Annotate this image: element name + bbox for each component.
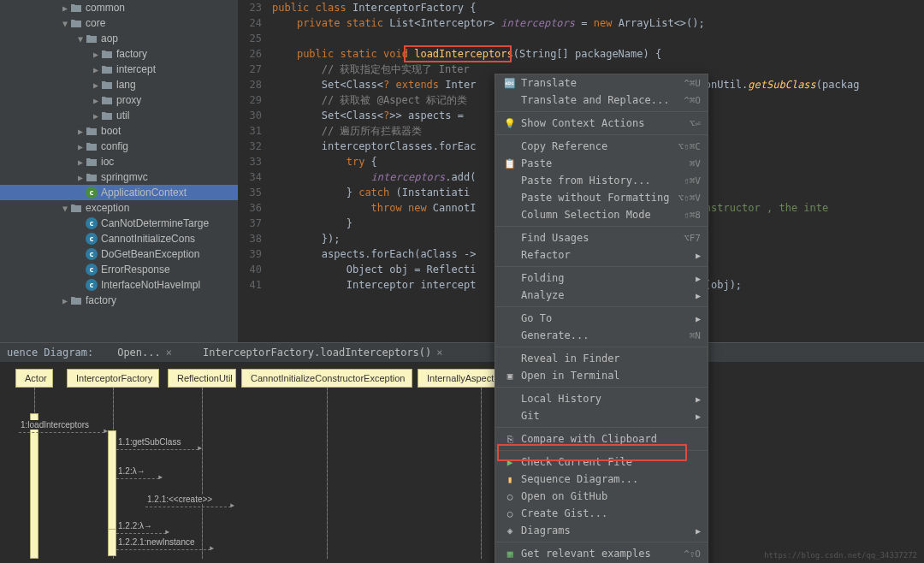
line-number: 38: [238, 231, 272, 246]
code-line[interactable]: 26 public static void loadInterceptors(S…: [238, 46, 924, 62]
actor-actor[interactable]: Actor: [15, 369, 53, 388]
tree-arrow-icon[interactable]: [75, 34, 86, 44]
menu-paste[interactable]: 📋Paste⌘V: [495, 155, 708, 172]
menu-item-label: Folding: [521, 272, 689, 284]
tree-item-util[interactable]: util: [0, 108, 238, 123]
code-line[interactable]: 25: [238, 31, 924, 46]
menu-go-to[interactable]: Go To▶: [495, 310, 708, 327]
tree-item-applicationcontext[interactable]: cApplicationContext: [0, 185, 238, 200]
menu-item-label: Sequence Diagram...: [521, 473, 701, 485]
sequence-diagram-panel: uence Diagram: Open...× InterceptorFacto…: [0, 342, 924, 563]
tree-item-aop[interactable]: aop: [0, 31, 238, 46]
tree-item-cannotdeterminetarge[interactable]: cCanNotDetermineTarge: [0, 216, 238, 231]
diagram-tab[interactable]: InterceptorFactory.loadInterceptors()×: [196, 345, 450, 360]
tree-arrow-icon[interactable]: [91, 80, 101, 90]
menu-reveal-in-finder[interactable]: Reveal in Finder: [495, 350, 708, 367]
tree-item-lang[interactable]: lang: [0, 77, 238, 92]
menu-paste-from-history-[interactable]: Paste from History...⇧⌘V: [495, 172, 708, 189]
menu-open-on-github[interactable]: ○Open on GitHub: [495, 488, 708, 505]
tree-label: aop: [101, 33, 118, 44]
menu-create-gist-[interactable]: ○Create Gist...: [495, 505, 708, 522]
menu-local-history[interactable]: Local History▶: [495, 390, 708, 407]
seq-message[interactable]: 1:loadInterceptors: [19, 420, 91, 430]
tree-item-dogetbeanexception[interactable]: cDoGetBeanException: [0, 246, 238, 262]
seq-message[interactable]: 1.1:getSubClass: [116, 437, 182, 447]
code-text[interactable]: private static List<Interceptor> interce…: [272, 15, 924, 31]
tree-item-ioc[interactable]: ioc: [0, 154, 238, 169]
line-number: 34: [238, 169, 272, 185]
menu-translate[interactable]: 🔤Translate^⌘U: [495, 74, 708, 92]
line-number: 31: [238, 123, 272, 139]
tree-item-config[interactable]: config: [0, 139, 238, 154]
tree-item-core[interactable]: core: [0, 15, 238, 31]
menu-item-label: Open on GitHub: [521, 490, 701, 502]
code-text[interactable]: public class InterceptorFactory {: [272, 0, 924, 15]
seq-message[interactable]: 1.2.1:<<create>>: [145, 495, 214, 504]
menu-column-selection-mode[interactable]: Column Selection Mode⇧⌘8: [495, 206, 708, 223]
code-line[interactable]: 24 private static List<Interceptor> inte…: [238, 15, 924, 31]
tree-item-springmvc[interactable]: springmvc: [0, 169, 238, 185]
tree-item-errorresponse[interactable]: cErrorResponse: [0, 262, 238, 277]
tree-arrow-icon[interactable]: [91, 111, 101, 121]
menu-paste-without-formatting[interactable]: Paste without Formatting⌥⇧⌘V: [495, 189, 708, 206]
menu-item-label: Compare with Clipboard: [521, 433, 701, 445]
menu-separator: [495, 134, 708, 135]
menu-compare-with-clipboard[interactable]: ⎘Compare with Clipboard: [495, 430, 708, 447]
tree-item-factory[interactable]: factory: [0, 293, 238, 308]
code-line[interactable]: 23public class InterceptorFactory {: [238, 0, 924, 15]
menu-git[interactable]: Git▶: [495, 407, 708, 424]
tree-arrow-icon[interactable]: [75, 157, 86, 167]
diagram-canvas[interactable]: ActorInterceptorFactoryReflectionUtilCan…: [0, 362, 924, 563]
menu-refactor[interactable]: Refactor▶: [495, 246, 708, 264]
tree-item-cannotinitializecons[interactable]: cCannotInitializeCons: [0, 231, 238, 246]
tree-arrow-icon[interactable]: [60, 3, 70, 13]
tree-arrow-icon[interactable]: [91, 96, 101, 105]
menu-folding[interactable]: Folding▶: [495, 270, 708, 287]
menu-translate-and-replace-[interactable]: Translate and Replace...^⌘O: [495, 92, 708, 109]
tree-item-proxy[interactable]: proxy: [0, 92, 238, 108]
tree-item-common[interactable]: common: [0, 0, 238, 15]
project-tree[interactable]: commoncoreaopfactoryinterceptlangproxyut…: [0, 0, 238, 342]
menu-generate-[interactable]: Generate...⌘N: [495, 327, 708, 344]
line-number: 27: [238, 62, 272, 77]
seq-message[interactable]: 1.2:λ→: [116, 466, 147, 476]
tree-label: ErrorResponse: [101, 264, 170, 276]
menu-check-current-file[interactable]: ▶Check Current File: [495, 453, 708, 471]
menu-shortcut: ⇧⌘V: [684, 175, 701, 187]
actor-interceptorfactory[interactable]: InterceptorFactory: [67, 369, 159, 388]
menu-diagrams[interactable]: ◈Diagrams▶: [495, 522, 708, 539]
code-text[interactable]: [272, 31, 924, 46]
close-icon[interactable]: ×: [436, 347, 442, 359]
close-icon[interactable]: ×: [166, 347, 172, 359]
actor-reflectionutil[interactable]: ReflectionUtil: [168, 369, 236, 388]
tree-arrow-icon[interactable]: [75, 173, 86, 182]
tree-arrow-icon[interactable]: [91, 65, 101, 74]
tree-arrow-icon[interactable]: [60, 204, 70, 213]
menu-sequence-diagram-[interactable]: ▮Sequence Diagram...: [495, 471, 708, 488]
tree-item-boot[interactable]: boot: [0, 123, 238, 139]
tree-arrow-icon[interactable]: [60, 19, 70, 28]
tree-item-intercept[interactable]: intercept: [0, 62, 238, 77]
menu-open-in-terminal[interactable]: ▣Open in Terminal: [495, 367, 708, 384]
open-tab[interactable]: Open...×: [110, 345, 179, 360]
tree-arrow-icon[interactable]: [75, 142, 86, 151]
line-number: 33: [238, 154, 272, 169]
folder-icon: [101, 64, 113, 74]
seq-message[interactable]: 1.2.2.1:newInstance: [116, 537, 197, 547]
tree-item-interfacenothaveimpl[interactable]: cInterfaceNotHaveImpl: [0, 277, 238, 293]
code-text[interactable]: public static void loadInterceptors(Stri…: [272, 46, 924, 62]
tree-item-exception[interactable]: exception: [0, 200, 238, 216]
seq-message[interactable]: 1.2.2:λ→: [116, 521, 154, 530]
actor-cannotinitializeconstructorexception[interactable]: CannotInitializeConstructorException: [241, 369, 412, 388]
menu-find-usages[interactable]: Find Usages⌥F7: [495, 229, 708, 246]
menu-analyze[interactable]: Analyze▶: [495, 287, 708, 304]
tree-arrow-icon[interactable]: [91, 50, 101, 59]
menu-shortcut: ⌥⇧⌘V: [678, 193, 702, 204]
menu-copy-reference[interactable]: Copy Reference⌥⇧⌘C: [495, 138, 708, 155]
tree-arrow-icon[interactable]: [60, 296, 70, 305]
menu-show-context-actions[interactable]: 💡Show Context Actions⌥⏎: [495, 115, 708, 132]
tree-label: util: [116, 110, 129, 121]
menu-get-relevant-examples[interactable]: ▦Get relevant examples^⇧O: [495, 545, 708, 562]
tree-arrow-icon[interactable]: [75, 127, 86, 136]
tree-item-factory[interactable]: factory: [0, 46, 238, 62]
